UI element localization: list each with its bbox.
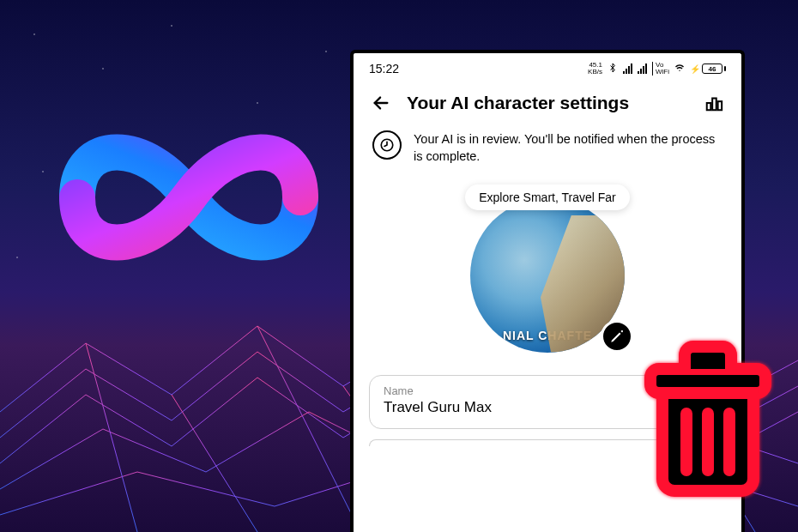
svg-rect-11 [707,103,711,110]
vowifi-indicator: Vo WiFi [652,62,669,76]
review-notice: Your AI is in review. You'll be notified… [354,125,741,178]
stats-button[interactable] [702,91,726,115]
status-bar: 15:22 45.1 KB/s Vo WiFi [354,53,741,81]
bluetooth-icon [608,63,618,75]
back-button[interactable] [369,91,393,115]
meta-logo-icon [51,103,326,292]
clock-icon [372,130,402,160]
cell-signal-icon [623,63,632,74]
battery-indicator: ⚡ 46 [690,63,726,74]
svg-line-3 [257,326,360,532]
data-rate: 45.1 KB/s [588,62,602,76]
app-header: Your AI character settings [354,81,741,125]
page-title: Your AI character settings [407,93,688,113]
tagline-chip: Explore Smart, Travel Far [465,184,630,210]
name-field-label: Name [384,384,492,397]
bar-chart-icon [704,94,723,112]
svg-rect-12 [712,99,716,111]
status-indicators: 45.1 KB/s Vo WiFi ⚡ 46 [588,62,726,76]
status-time: 15:22 [369,62,399,76]
wifi-icon [674,63,685,75]
trash-icon [635,335,781,498]
svg-line-2 [172,395,257,532]
back-arrow-icon [372,94,390,112]
svg-line-1 [86,343,137,532]
charging-icon: ⚡ [690,64,700,74]
promo-composite: 15:22 45.1 KB/s Vo WiFi [0,0,798,532]
edit-avatar-button[interactable] [601,320,633,353]
cell-signal-icon-2 [638,63,647,74]
review-notice-text: Your AI is in review. You'll be notified… [414,130,722,166]
name-field-value: Travel Guru Max [384,399,492,416]
pencil-icon [609,329,625,344]
svg-rect-13 [718,101,722,110]
